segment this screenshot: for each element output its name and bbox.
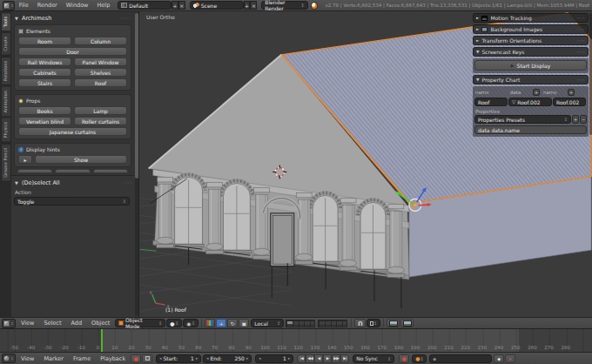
manipulator-axis-button[interactable] xyxy=(205,319,215,327)
clipped-button[interactable] xyxy=(55,169,90,173)
keying-options-button[interactable] xyxy=(142,354,152,363)
properties-presets-dropdown[interactable]: Properties Presets ↕ xyxy=(474,115,571,124)
panel-drag-dots[interactable]: ···· xyxy=(576,77,585,83)
shelves-button[interactable]: Shelves xyxy=(74,68,127,77)
end-frame-field[interactable]: ◂ End: 250 ▸ xyxy=(203,354,252,363)
panel-drag-dots[interactable]: ···· xyxy=(576,15,585,21)
menu-view[interactable]: View xyxy=(17,354,38,364)
door-button[interactable]: Door xyxy=(18,47,127,56)
menu-view[interactable]: View xyxy=(17,318,38,328)
room-button[interactable]: Room xyxy=(18,37,71,45)
add-layout-button[interactable]: + xyxy=(172,1,178,10)
property-chart-header[interactable]: ▼ Property Chart ···· xyxy=(473,75,589,84)
chart-name-field[interactable]: Roof xyxy=(474,98,508,106)
scene-dropdown[interactable]: Scene xyxy=(190,1,244,10)
keying-set-toggle[interactable]: ● ↕ xyxy=(412,354,427,363)
panel-drag-dots[interactable]: ···· xyxy=(121,15,131,21)
menu-help[interactable]: Help xyxy=(92,0,114,10)
deselect-all-header[interactable]: ▼ (De)select All ···· xyxy=(15,179,132,186)
clipped-button[interactable] xyxy=(93,169,128,173)
japanese-curtains-button[interactable]: Japanese curtains xyxy=(18,127,127,136)
panel-drag-dots[interactable]: ···· xyxy=(122,179,132,185)
delete-keyframe-button[interactable]: × xyxy=(505,354,515,363)
column-button[interactable]: Column xyxy=(74,37,127,45)
rotate-manipulator-button[interactable]: ↻ xyxy=(227,319,238,327)
chart-name2-field[interactable]: Roof.002 xyxy=(553,98,586,106)
translate-manipulator-button[interactable]: + xyxy=(216,319,226,327)
current-frame-field[interactable]: ◂ 1 ▸ xyxy=(255,354,293,363)
menu-marker[interactable]: Marker xyxy=(39,354,67,364)
menu-select[interactable]: Select xyxy=(39,318,65,328)
layers-widget-left[interactable] xyxy=(286,320,315,327)
auto-keyframe-button[interactable]: ● xyxy=(131,354,141,363)
menu-window[interactable]: Window xyxy=(62,0,93,10)
screencast-keys-header[interactable]: ▼ Screencast Keys ···· xyxy=(473,47,589,57)
tab-relations[interactable]: Relations xyxy=(1,57,11,85)
play-reverse-button[interactable]: ◀ xyxy=(314,354,323,363)
filter-button[interactable]: + xyxy=(568,89,575,96)
tab-create[interactable]: Create xyxy=(1,32,11,56)
add-preset-button[interactable]: + xyxy=(572,115,579,124)
x-axis-handle[interactable] xyxy=(419,205,427,206)
render-opengl-anim-button[interactable] xyxy=(400,319,414,327)
jump-to-end-button[interactable]: ▶| xyxy=(340,354,349,363)
active-layer-cell[interactable] xyxy=(287,321,293,325)
books-button[interactable]: Books xyxy=(18,106,71,115)
menu-playback[interactable]: Playback xyxy=(96,354,130,364)
stairs-button[interactable]: Stairs xyxy=(18,78,71,87)
transform-orientations-header[interactable]: ► Transform Orientations ···· xyxy=(473,36,589,45)
sync-dropdown[interactable]: No Sync ↕ xyxy=(353,354,394,363)
panel-drag-dots[interactable]: ···· xyxy=(576,49,585,55)
scrollbar-thumb[interactable] xyxy=(135,13,138,179)
menu-render[interactable]: Render xyxy=(33,0,62,10)
lamp-button[interactable]: Lamp xyxy=(74,106,127,115)
chart-data-field[interactable]: ▽ Roof.002 xyxy=(508,98,552,106)
layers-widget-right[interactable] xyxy=(318,320,347,327)
tab-physics[interactable]: Physics xyxy=(1,118,11,143)
tool-shelf-scrollbar[interactable] xyxy=(135,13,138,315)
hints-toggle-button[interactable]: ▸ xyxy=(18,155,32,164)
panel-window-button[interactable]: Panel Window xyxy=(74,57,127,66)
background-images-header[interactable]: ► Background Images ···· xyxy=(473,24,589,34)
transform-orientation-dropdown[interactable]: Local ↕ xyxy=(251,319,284,327)
menu-add[interactable]: Add xyxy=(67,318,87,328)
cabinets-button[interactable]: Cabinets xyxy=(18,68,71,77)
record-button[interactable]: ● xyxy=(399,354,409,363)
remove-preset-button[interactable]: − xyxy=(580,115,587,124)
add-scene-button[interactable]: + xyxy=(244,1,251,10)
action-dropdown[interactable]: Toggle ↕ xyxy=(14,197,130,206)
viewport-shading-dropdown[interactable]: ● ↕ xyxy=(166,319,182,327)
scale-manipulator-button[interactable]: ▣ xyxy=(239,319,249,327)
snap-element-dropdown[interactable]: ↕ xyxy=(367,319,380,327)
start-display-button[interactable]: ▶ Start Display xyxy=(474,60,587,71)
roof-button[interactable]: Roof xyxy=(74,78,127,87)
editor-type-button[interactable]: ↕ xyxy=(2,354,16,363)
tab-grease-pencil[interactable]: Grease Pencil xyxy=(1,144,11,182)
jump-to-start-button[interactable]: |◀ xyxy=(297,354,306,363)
motion-tracking-header[interactable]: ► Motion Tracking ···· xyxy=(473,13,589,23)
active-keying-set-field[interactable]: ◆ xyxy=(429,354,492,363)
editor-type-button[interactable]: ↕ xyxy=(3,1,15,10)
roller-curtains-button[interactable]: Roller curtains xyxy=(74,117,127,125)
start-frame-field[interactable]: ◂ Start: 1 ▸ xyxy=(156,354,201,363)
menu-frame[interactable]: Frame xyxy=(69,354,95,364)
rail-windows-button[interactable]: Rail Windows xyxy=(18,57,71,66)
previous-keyframe-button[interactable]: ◀◀ xyxy=(306,354,314,363)
archimesh-panel-header[interactable]: ▼ Archimesh ···· xyxy=(15,15,131,22)
pivot-point-dropdown[interactable]: ◉ ↕ xyxy=(183,319,198,327)
menu-file[interactable]: File xyxy=(15,0,33,10)
render-opengl-button[interactable] xyxy=(387,319,400,327)
delete-layout-button[interactable]: × xyxy=(178,1,185,10)
editor-type-button[interactable]: ↕ xyxy=(2,319,16,328)
show-button[interactable]: Show xyxy=(35,155,127,164)
play-button[interactable]: ▶ xyxy=(323,354,332,363)
clipped-button[interactable] xyxy=(17,169,52,173)
delete-scene-button[interactable]: × xyxy=(250,1,257,10)
tab-animation[interactable]: Animation xyxy=(1,86,11,118)
timeline-ruler[interactable]: -50-40-30-20-100102030405060708090100110… xyxy=(0,329,592,352)
menu-object[interactable]: Object xyxy=(87,318,114,328)
venetian-blind-button[interactable]: Venetian blind xyxy=(18,117,71,125)
panel-drag-dots[interactable]: ···· xyxy=(576,26,585,32)
next-keyframe-button[interactable]: ▶▶ xyxy=(332,354,340,363)
screen-layout-dropdown[interactable]: Default xyxy=(118,1,172,10)
